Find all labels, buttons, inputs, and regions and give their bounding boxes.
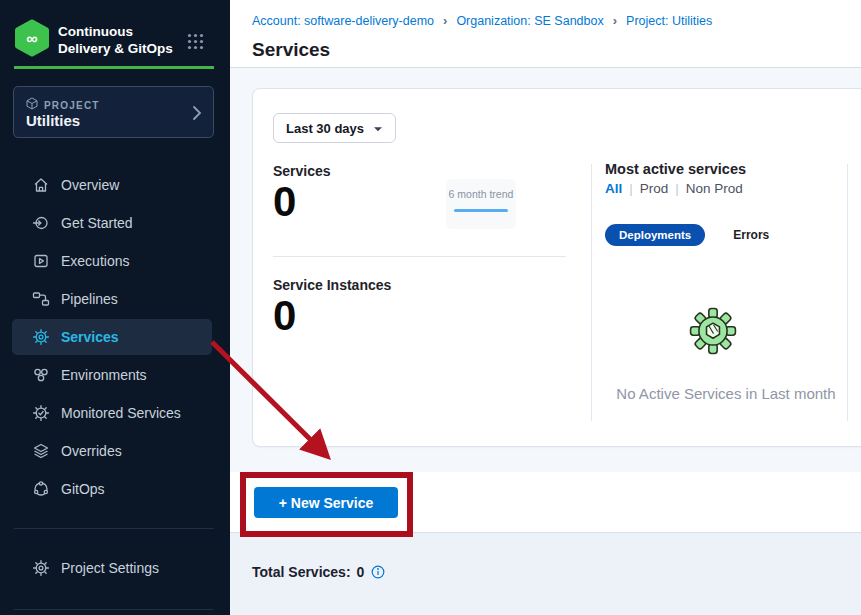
sidebar-item-label: Overview (61, 177, 119, 193)
filter-prod[interactable]: Prod (640, 181, 669, 196)
sidebar-item-pipelines[interactable]: Pipelines (0, 280, 230, 318)
breadcrumb-organization-link[interactable]: Organization: SE Sandbox (456, 14, 603, 28)
sidebar-item-overview[interactable]: Overview (0, 166, 230, 204)
total-services-label: Total Services: (252, 564, 351, 580)
sidebar-item-get-started[interactable]: Get Started (0, 204, 230, 242)
settings-gear-icon (32, 559, 50, 577)
instances-metric-value: 0 (273, 295, 296, 337)
filter-all[interactable]: All (605, 181, 622, 196)
sidebar-item-project-settings[interactable]: Project Settings (0, 549, 230, 587)
services-list-section: Total Services: 0 (230, 533, 861, 615)
executions-icon (32, 252, 50, 270)
app-window: ∞ Continuous Delivery & GitOps (0, 0, 861, 615)
filter-non-prod[interactable]: Non Prod (686, 181, 743, 196)
harness-cd-logo-icon: ∞ (14, 18, 50, 62)
project-selector-value: Utilities (26, 112, 80, 129)
filter-separator: | (668, 181, 686, 196)
get-started-icon (32, 214, 50, 232)
trend-sparkline (454, 209, 508, 212)
filter-separator: | (622, 181, 640, 196)
tab-deployments[interactable]: Deployments (605, 224, 705, 246)
module-grid-icon[interactable] (186, 32, 205, 55)
page-title: Services (252, 39, 330, 61)
module-accent-underline (14, 66, 214, 69)
sidebar-item-executions[interactable]: Executions (0, 242, 230, 280)
chevron-right-icon (191, 103, 203, 127)
trend-sparkline-box: 6 month trend (446, 179, 516, 229)
tab-errors[interactable]: Errors (733, 228, 769, 242)
empty-state-gear-illustration (689, 307, 737, 359)
panel-divider (591, 164, 592, 421)
most-active-services-panel: Most active services All | Prod | Non Pr… (605, 161, 847, 196)
breadcrumb-project-link[interactable]: Project: Utilities (626, 14, 712, 28)
sidebar-item-label: Environments (61, 367, 147, 383)
new-service-button[interactable]: + New Service (254, 487, 398, 518)
environment-filters: All | Prod | Non Prod (605, 181, 847, 196)
services-metric-value: 0 (273, 181, 296, 223)
sidebar-item-label: Executions (61, 253, 129, 269)
caret-down-icon (373, 121, 383, 136)
panel-divider (847, 164, 848, 421)
chevron-right-icon: › (434, 13, 456, 28)
sidebar-divider (14, 609, 214, 610)
services-toolbar: + New Service (230, 472, 861, 533)
pipelines-icon (32, 290, 50, 308)
breadcrumb-account-link[interactable]: Account: software-delivery-demo (252, 14, 434, 28)
breadcrumb: Account: software-delivery-demo › Organi… (252, 13, 712, 28)
most-active-title: Most active services (605, 161, 847, 177)
sidebar-item-label: Overrides (61, 443, 122, 459)
empty-state-message: No Active Services in Last month (595, 385, 857, 402)
layers-icon (32, 442, 50, 460)
total-services-value: 0 (357, 564, 365, 580)
chevron-right-icon: › (604, 13, 626, 28)
environments-icon (32, 366, 50, 384)
sidebar-item-label: Pipelines (61, 291, 118, 307)
home-icon (32, 176, 50, 194)
project-selector-label: PROJECT (44, 100, 100, 111)
sidebar-item-gitops[interactable]: GitOps (0, 470, 230, 508)
sidebar-item-label: Get Started (61, 215, 133, 231)
main-content: Account: software-delivery-demo › Organi… (230, 0, 861, 615)
sidebar-item-label: Project Settings (61, 560, 159, 576)
sidebar-item-label: Monitored Services (61, 405, 181, 421)
time-range-value: Last 30 days (286, 121, 364, 136)
sidebar-item-monitored-services[interactable]: Monitored Services (0, 394, 230, 432)
sidebar: ∞ Continuous Delivery & GitOps (0, 0, 230, 615)
gitops-icon (32, 480, 50, 498)
sidebar-divider (14, 528, 214, 529)
app-title: Continuous Delivery & GitOps (58, 24, 173, 58)
sidebar-item-label: GitOps (61, 481, 105, 497)
trend-label: 6 month trend (446, 188, 516, 200)
services-gear-icon (32, 328, 50, 346)
sidebar-item-environments[interactable]: Environments (0, 356, 230, 394)
app-logo-row: ∞ Continuous Delivery & GitOps (14, 18, 173, 62)
sidebar-nav: Overview Get Started Executions (0, 166, 230, 508)
metric-divider (273, 256, 566, 257)
info-icon[interactable] (371, 565, 385, 579)
sidebar-item-overrides[interactable]: Overrides (0, 432, 230, 470)
services-dashboard-card: Last 30 days Services 0 6 month trend Se… (252, 88, 861, 447)
project-selector[interactable]: PROJECT Utilities (13, 86, 214, 138)
svg-text:∞: ∞ (26, 30, 37, 47)
metric-tabs: Deployments Errors (605, 224, 769, 246)
sidebar-item-services[interactable]: Services (0, 318, 230, 356)
monitored-services-icon (32, 404, 50, 422)
page-header: Account: software-delivery-demo › Organi… (230, 0, 861, 68)
time-range-dropdown[interactable]: Last 30 days (273, 113, 396, 143)
sidebar-item-label: Services (61, 329, 119, 345)
instances-metric-label: Service Instances (273, 277, 391, 293)
services-metric-label: Services (273, 163, 331, 179)
